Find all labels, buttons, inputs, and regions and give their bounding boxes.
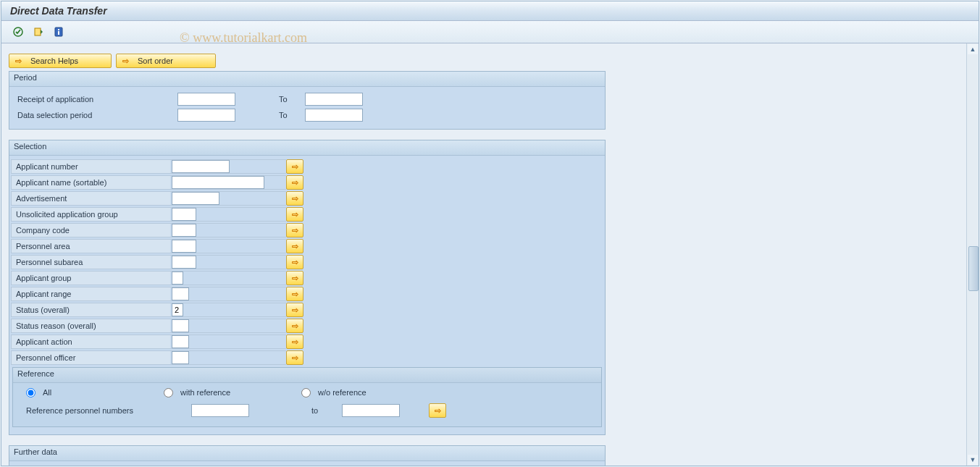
svg-rect-1	[35, 28, 41, 35]
applicant-group-multi-button[interactable]: ⇨	[286, 271, 303, 285]
selection-row-status-reason-overall: Status reason (overall)⇨	[11, 318, 603, 334]
selection-row-applicant-name-sortable: Applicant name (sortable)⇨	[11, 174, 603, 190]
applicant-group-input[interactable]	[172, 272, 183, 285]
data-selection-from-input[interactable]	[177, 109, 235, 122]
company-code-multi-button[interactable]: ⇨	[286, 223, 303, 237]
reference-numbers-from-input[interactable]	[191, 404, 249, 417]
reference-with-radio[interactable]	[164, 388, 173, 397]
status-overall-multi-button[interactable]: ⇨	[286, 303, 303, 317]
advertisement-input[interactable]	[172, 192, 219, 205]
page-title: Direct Data Transfer	[10, 5, 107, 17]
selection-row-status-overall: Status (overall)⇨	[11, 302, 603, 318]
svg-rect-3	[58, 29, 59, 30]
selection-title: Selection	[9, 140, 605, 156]
scroll-thumb[interactable]	[968, 246, 979, 291]
info-button[interactable]	[51, 24, 67, 40]
unsolicited-application-group-input[interactable]	[172, 208, 196, 221]
arrow-right-icon: ⇨	[292, 162, 298, 172]
applicant-range-label: Applicant range	[11, 287, 170, 301]
personnel-subarea-input[interactable]	[172, 256, 196, 269]
vertical-scrollbar[interactable]: ▲ ▼	[966, 43, 979, 466]
unsolicited-application-group-multi-button[interactable]: ⇨	[286, 207, 303, 222]
arrow-right-icon: ⇨	[122, 56, 129, 66]
receipt-application-to-label: To	[277, 95, 305, 104]
applicant-name-sortable-label: Applicant name (sortable)	[11, 175, 170, 190]
selection-row-applicant-action: Applicant action⇨	[11, 334, 603, 350]
selection-row-personnel-officer: Personnel officer⇨	[11, 350, 603, 366]
reference-without-radio[interactable]	[301, 388, 311, 397]
selection-row-applicant-range: Applicant range⇨	[11, 286, 603, 302]
personnel-subarea-multi-button[interactable]: ⇨	[286, 255, 303, 269]
company-code-label: Company code	[11, 223, 170, 237]
personnel-subarea-label: Personnel subarea	[11, 255, 170, 269]
personnel-area-label: Personnel area	[11, 239, 170, 253]
data-selection-to-label: To	[277, 111, 305, 119]
status-reason-overall-multi-button[interactable]: ⇨	[286, 319, 303, 333]
reference-all-option[interactable]: All	[26, 388, 164, 397]
applicant-name-sortable-multi-button[interactable]: ⇨	[286, 175, 303, 190]
personnel-area-multi-button[interactable]: ⇨	[286, 239, 303, 253]
status-reason-overall-input[interactable]	[172, 319, 189, 332]
reference-with-option[interactable]: with reference	[164, 388, 301, 397]
applicant-number-multi-button[interactable]: ⇨	[286, 159, 303, 174]
selection-row-advertisement: Advertisement⇨	[11, 190, 603, 206]
applicant-range-multi-button[interactable]: ⇨	[286, 287, 303, 301]
unsolicited-application-group-label: Unsolicited application group	[11, 207, 170, 222]
receipt-application-to-input[interactable]	[305, 93, 363, 106]
arrow-right-icon: ⇨	[435, 406, 441, 416]
reference-without-option[interactable]: w/o reference	[301, 388, 439, 397]
further-data-title: Further data	[9, 446, 605, 461]
arrow-right-icon: ⇨	[292, 226, 298, 235]
execute-button[interactable]	[10, 24, 26, 40]
personnel-officer-label: Personnel officer	[11, 350, 170, 365]
reference-group: Reference All with reference	[12, 367, 602, 427]
selection-row-applicant-group: Applicant group⇨	[11, 270, 603, 286]
arrow-right-icon: ⇨	[292, 210, 298, 219]
variant-button[interactable]	[30, 24, 46, 40]
scroll-down-button[interactable]: ▼	[968, 455, 978, 465]
applicant-action-multi-button[interactable]: ⇨	[286, 335, 303, 349]
reference-numbers-multi-button[interactable]: ⇨	[429, 403, 446, 418]
arrow-right-icon: ⇨	[292, 321, 298, 331]
applicant-action-input[interactable]	[172, 335, 189, 348]
arrow-right-icon: ⇨	[292, 258, 298, 267]
selection-row-applicant-number: Applicant number⇨	[11, 159, 603, 174]
advertisement-label: Advertisement	[11, 191, 170, 206]
personnel-officer-input[interactable]	[172, 351, 189, 364]
reference-all-label: All	[43, 388, 51, 397]
reference-all-radio[interactable]	[26, 388, 35, 397]
arrow-right-icon: ⇨	[292, 274, 298, 283]
sort-order-label: Sort order	[138, 56, 173, 65]
advertisement-multi-button[interactable]: ⇨	[286, 191, 303, 206]
info-icon	[53, 26, 64, 38]
arrow-right-icon: ⇨	[292, 178, 298, 188]
arrow-right-icon: ⇨	[292, 306, 298, 315]
variant-icon	[33, 26, 44, 38]
applicant-number-input[interactable]	[172, 160, 230, 173]
applicant-name-sortable-input[interactable]	[172, 176, 264, 189]
applicant-group-label: Applicant group	[11, 271, 170, 285]
period-group: Period Receipt of application To Data se…	[9, 71, 606, 130]
selection-row-company-code: Company code⇨	[11, 222, 603, 238]
reference-numbers-label: Reference personnel numbers	[26, 406, 191, 415]
reference-numbers-to-input[interactable]	[342, 404, 400, 417]
data-selection-to-input[interactable]	[305, 109, 363, 122]
receipt-application-from-input[interactable]	[177, 93, 235, 106]
arrow-right-icon: ⇨	[292, 290, 298, 299]
arrow-right-icon: ⇨	[292, 242, 298, 251]
further-data-group: Further data Repeat Suppress dialog	[9, 445, 606, 466]
form-content: ⇨ Search Helps ⇨ Sort order Period Recei…	[1, 43, 958, 466]
status-overall-input[interactable]	[172, 303, 183, 316]
status-overall-label: Status (overall)	[11, 303, 170, 317]
sort-order-button[interactable]: ⇨ Sort order	[116, 54, 216, 68]
company-code-input[interactable]	[172, 224, 196, 237]
reference-with-label: with reference	[180, 388, 230, 397]
search-helps-button[interactable]: ⇨ Search Helps	[9, 54, 112, 68]
reference-numbers-to-label: to	[291, 406, 333, 415]
personnel-area-input[interactable]	[172, 240, 196, 253]
scroll-up-button[interactable]: ▲	[968, 44, 978, 54]
applicant-range-input[interactable]	[172, 287, 189, 300]
app-toolbar	[1, 21, 979, 43]
personnel-officer-multi-button[interactable]: ⇨	[286, 350, 303, 365]
svg-rect-4	[58, 31, 59, 35]
